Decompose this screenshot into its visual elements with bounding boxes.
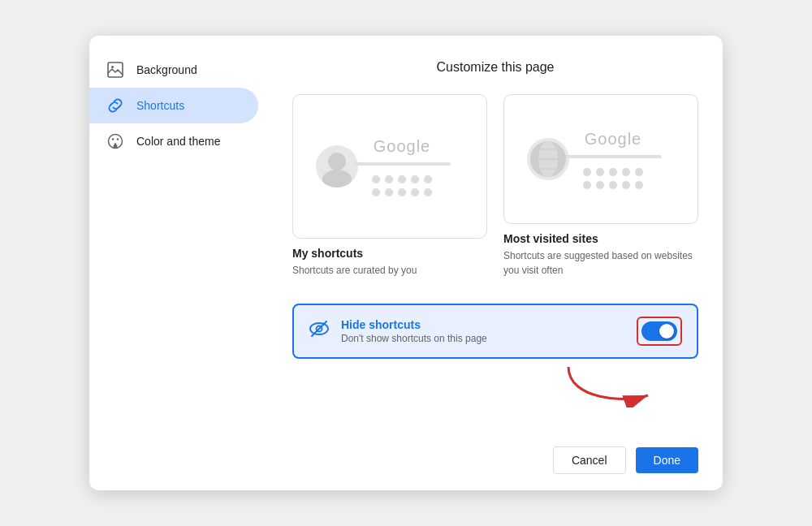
sidebar-item-background-label: Background — [136, 63, 197, 76]
search-bar-left — [353, 162, 451, 166]
hide-shortcuts-icon — [309, 318, 330, 344]
svg-rect-0 — [108, 63, 123, 77]
dialog-body: Background Shortcuts — [89, 36, 723, 435]
my-shortcuts-card-wrapper: Google My shortcuts Shortcuts are cur — [292, 94, 487, 287]
dots-grid-left — [372, 175, 432, 196]
avatar-left — [316, 145, 358, 188]
svg-point-6 — [328, 153, 346, 170]
toggle-box — [637, 317, 682, 346]
cancel-button[interactable]: Cancel — [553, 446, 626, 474]
main-content: Customize this page Google — [268, 36, 723, 435]
hide-shortcuts-toggle[interactable] — [641, 321, 677, 341]
most-visited-card-wrapper: Google Most visited sites Shortcuts a — [503, 94, 698, 287]
most-visited-card[interactable]: Google — [503, 94, 698, 224]
arrow-svg — [560, 359, 658, 407]
sidebar-item-color-theme[interactable]: Color and theme — [89, 123, 258, 159]
palette-icon — [106, 132, 125, 151]
my-shortcuts-info: My shortcuts Shortcuts are curated by yo… — [292, 247, 487, 278]
my-shortcuts-desc: Shortcuts are curated by you — [292, 263, 487, 278]
most-visited-title: Most visited sites — [503, 232, 698, 245]
page-title: Customize this page — [292, 60, 698, 75]
sidebar-item-shortcuts-label: Shortcuts — [136, 99, 184, 112]
link-icon — [106, 96, 125, 115]
cards-row: Google My shortcuts Shortcuts are cur — [292, 94, 698, 287]
my-shortcuts-card[interactable]: Google — [292, 94, 487, 239]
image-icon — [106, 60, 125, 80]
done-button[interactable]: Done — [636, 447, 698, 473]
svg-point-1 — [111, 66, 114, 68]
hide-shortcuts-title: Hide shortcuts — [341, 318, 625, 331]
google-text-left: Google — [374, 137, 431, 156]
google-text-right: Google — [585, 130, 642, 149]
search-bar-right — [564, 155, 663, 158]
hide-shortcuts-banner[interactable]: Hide shortcuts Don't show shortcuts on t… — [292, 304, 698, 359]
my-shortcuts-card-content: Google — [309, 137, 470, 196]
most-visited-info: Most visited sites Shortcuts are suggest… — [503, 232, 698, 278]
sidebar-item-color-theme-label: Color and theme — [136, 135, 221, 148]
sidebar: Background Shortcuts — [89, 36, 268, 435]
avatar-right — [527, 138, 569, 180]
hide-shortcuts-description: Don't show shortcuts on this page — [341, 333, 625, 344]
most-visited-desc: Shortcuts are suggested based on website… — [503, 248, 698, 278]
dialog-footer: Cancel Done — [89, 435, 723, 490]
dots-grid-right — [583, 168, 643, 189]
svg-point-4 — [117, 138, 119, 140]
sidebar-item-shortcuts[interactable]: Shortcuts — [89, 88, 258, 123]
hide-shortcuts-text-block: Hide shortcuts Don't show shortcuts on t… — [341, 318, 625, 344]
most-visited-card-content: Google — [520, 130, 681, 189]
sidebar-item-background[interactable]: Background — [89, 52, 258, 88]
svg-point-7 — [322, 170, 352, 188]
toggle-knob — [659, 324, 674, 338]
svg-point-3 — [112, 138, 114, 140]
customize-dialog: Background Shortcuts — [89, 36, 723, 490]
arrow-annotation — [292, 359, 698, 407]
toggle-wrapper — [637, 317, 682, 346]
my-shortcuts-title: My shortcuts — [292, 247, 487, 260]
